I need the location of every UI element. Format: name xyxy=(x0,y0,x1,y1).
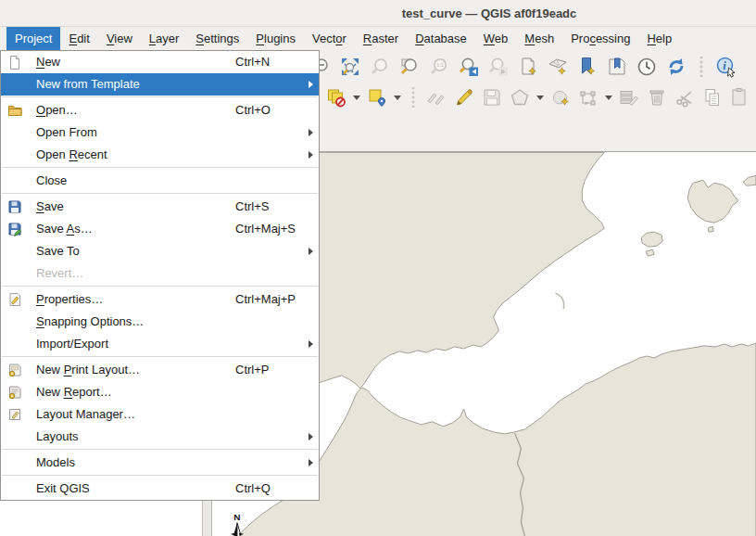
zoom-full-button[interactable] xyxy=(339,56,361,78)
refresh-button[interactable] xyxy=(665,56,687,78)
submenu-arrow-icon xyxy=(309,151,313,159)
add-polygon-icon xyxy=(509,86,531,108)
temporal-controller-icon xyxy=(636,56,658,78)
menu-item-import-export[interactable]: Import/Export xyxy=(1,333,319,355)
add-polygon-caret[interactable] xyxy=(536,96,544,100)
zoom-native-resolution-button[interactable]: 1:1 xyxy=(428,56,450,78)
menu-item-shortcut: Ctrl+Maj+P xyxy=(235,288,296,311)
menu-item-close[interactable]: Close xyxy=(1,170,319,192)
folder-icon xyxy=(7,103,22,118)
menu-item-properties[interactable]: Properties… Ctrl+Maj+P xyxy=(1,288,319,311)
qgis-window: test_curve — QGIS af0f19eadc Project Edi… xyxy=(0,0,756,536)
current-edits-button[interactable] xyxy=(425,86,447,108)
delete-selected-button[interactable] xyxy=(646,86,668,108)
menu-item-snapping-options[interactable]: Snapping Options… xyxy=(1,311,319,333)
select-features-button[interactable] xyxy=(366,86,388,108)
menubar-item-processing[interactable]: Processing xyxy=(562,27,638,50)
cut-features-icon xyxy=(674,86,696,108)
menu-item-save[interactable]: Save Ctrl+S xyxy=(1,196,319,218)
toolbar-separator xyxy=(699,57,704,77)
menu-item-label: Models xyxy=(36,452,75,474)
menu-item-new-print-layout[interactable]: New Print Layout… Ctrl+P xyxy=(1,359,319,381)
vertex-tool-button[interactable] xyxy=(577,86,599,108)
menu-separator xyxy=(2,167,318,168)
submenu-arrow-icon xyxy=(309,248,313,255)
submenu-arrow-icon xyxy=(309,81,313,88)
paste-features-icon xyxy=(729,86,751,108)
save-edits-button[interactable] xyxy=(481,86,503,108)
menubar-item-vector[interactable]: Vector xyxy=(304,27,355,50)
menubar-item-raster[interactable]: Raster xyxy=(355,27,407,50)
titlebar[interactable]: test_curve — QGIS af0f19eadc xyxy=(0,0,756,27)
menubar-item-database[interactable]: Database xyxy=(407,27,475,50)
menubar-item-view[interactable]: View xyxy=(98,27,141,50)
menu-item-new-from-template[interactable]: New from Template xyxy=(1,73,319,96)
zoom-to-selection-button[interactable] xyxy=(369,56,391,78)
zoom-to-layer-button[interactable] xyxy=(398,56,421,78)
menubar-item-layer[interactable]: Layer xyxy=(141,27,188,50)
menu-item-label: Import/Export xyxy=(36,333,108,355)
menu-item-label: Properties… xyxy=(36,288,103,311)
new-layout-icon xyxy=(7,363,22,377)
deselect-features-button[interactable] xyxy=(325,86,347,108)
bookmark-add-button[interactable] xyxy=(576,56,598,78)
bookmark-mesh-button[interactable] xyxy=(547,56,569,78)
deselect-features-icon xyxy=(325,86,347,108)
menu-item-layouts[interactable]: Layouts xyxy=(1,426,319,448)
zoom-next-icon xyxy=(487,56,510,78)
menu-item-label: New Report… xyxy=(36,381,112,403)
menu-item-label: New Print Layout… xyxy=(36,359,140,381)
menu-item-open[interactable]: Open… Ctrl+O xyxy=(1,99,319,121)
select-features-icon xyxy=(366,86,388,108)
menu-item-layout-manager[interactable]: Layout Manager… xyxy=(1,403,319,426)
menubar-item-web[interactable]: Web xyxy=(475,27,517,50)
menu-item-shortcut: Ctrl+Q xyxy=(235,478,271,500)
select-dropdown-caret[interactable] xyxy=(394,96,401,100)
menu-item-save-to[interactable]: Save To xyxy=(1,240,319,262)
show-bookmarks-button[interactable] xyxy=(606,56,628,78)
menubar-item-edit[interactable]: Edit xyxy=(60,27,97,50)
menu-separator xyxy=(2,356,318,357)
menu-item-save-as[interactable]: Save As… Ctrl+Maj+S xyxy=(1,218,319,240)
cut-features-button[interactable] xyxy=(674,86,696,108)
menu-item-label: Open From xyxy=(36,121,97,144)
menu-separator xyxy=(2,286,318,287)
modify-attributes-button[interactable] xyxy=(618,86,640,108)
paste-features-button[interactable] xyxy=(729,86,751,108)
bookmark-mesh-icon xyxy=(547,56,569,78)
menu-item-new[interactable]: New Ctrl+N xyxy=(1,51,319,73)
add-feature-icon xyxy=(549,86,572,108)
menu-separator xyxy=(2,193,318,194)
toggle-editing-button[interactable] xyxy=(453,86,475,108)
submenu-arrow-icon xyxy=(309,433,313,440)
menu-item-open-from[interactable]: Open From xyxy=(1,121,319,144)
selection-digitizing-toolbar xyxy=(312,82,751,112)
add-polygon-button[interactable] xyxy=(509,86,531,108)
bookmark-add-icon xyxy=(576,56,598,78)
menubar-item-mesh[interactable]: Mesh xyxy=(516,27,562,50)
save-edits-icon xyxy=(481,86,503,108)
menu-item-open-recent[interactable]: Open Recent xyxy=(1,144,319,166)
map-navigation-toolbar: 1:1 i xyxy=(309,51,737,82)
temporal-controller-button[interactable] xyxy=(636,56,658,78)
menubar-item-plugins[interactable]: Plugins xyxy=(247,27,304,50)
identify-icon: i xyxy=(715,56,737,78)
menubar-item-help[interactable]: Help xyxy=(638,27,680,50)
new-spatial-bookmark-button[interactable] xyxy=(517,56,539,78)
add-feature-button[interactable] xyxy=(549,86,572,108)
menu-item-models[interactable]: Models xyxy=(1,452,319,474)
refresh-icon xyxy=(665,56,687,78)
zoom-last-button[interactable] xyxy=(458,56,480,78)
menubar-item-settings[interactable]: Settings xyxy=(187,27,247,50)
zoom-layer-icon xyxy=(398,56,421,78)
menu-item-exit-qgis[interactable]: Exit QGIS Ctrl+Q xyxy=(1,478,319,500)
menu-item-label: Exit QGIS xyxy=(36,478,90,500)
identify-features-button[interactable]: i xyxy=(715,56,737,78)
menubar-item-project[interactable]: Project xyxy=(6,27,60,50)
copy-features-button[interactable] xyxy=(701,86,724,108)
deselect-dropdown-caret[interactable] xyxy=(353,96,360,100)
vertex-tool-caret[interactable] xyxy=(605,96,612,100)
zoom-next-button[interactable] xyxy=(487,56,510,78)
save-as-icon xyxy=(7,222,22,236)
menu-item-new-report[interactable]: New Report… xyxy=(1,381,319,403)
